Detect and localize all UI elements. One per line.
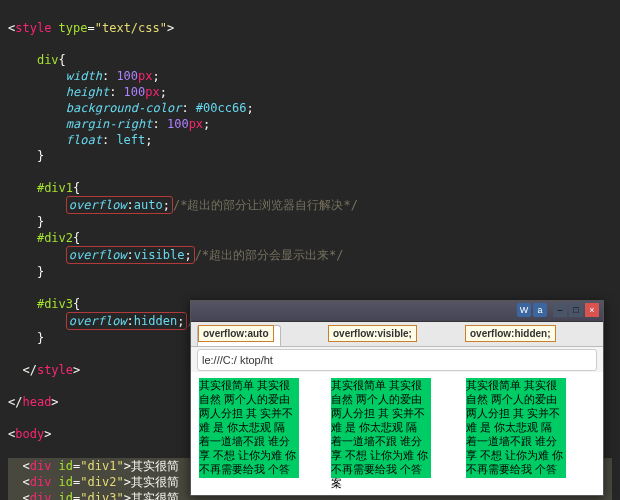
callout-overflow-auto: overflow:auto (198, 325, 274, 342)
rule-overflow-auto: overflow:auto; (66, 196, 173, 214)
rule-overflow-visible: overflow:visible; (66, 246, 195, 264)
title-icon-a: a (533, 303, 547, 317)
maximize-button[interactable]: □ (569, 303, 583, 317)
demo-box-visible: 其实很简单 其实很自然 两个人的爱由 两人分担 其 实并不难 是 你太悲观 隔 … (331, 378, 431, 478)
window-titlebar[interactable]: W a – □ × (191, 301, 603, 322)
selector-div3: #div3 (37, 297, 73, 311)
callout-overflow-visible: overflow:visible; (328, 325, 417, 342)
demo-box-auto[interactable]: 其实很简单 其实很自然 两个人的爱由 两人分担 其 实并不难 是 你太悲观 隔 … (199, 378, 299, 478)
callout-overflow-hidden: overflow:hidden; (465, 325, 556, 342)
demo-box-hidden: 其实很简单 其实很自然 两个人的爱由 两人分担 其 实并不难 是 你太悲观 隔 … (466, 378, 566, 478)
close-button[interactable]: × (585, 303, 599, 317)
selector-div2: #div2 (37, 231, 73, 245)
page-viewport: 其实很简单 其实很自然 两个人的爱由 两人分担 其 实并不难 是 你太悲观 隔 … (191, 372, 603, 495)
selector-div1: #div1 (37, 181, 73, 195)
minimize-button[interactable]: – (553, 303, 567, 317)
url-bar: le:///C:/ ktop/ht (191, 347, 603, 374)
selector-div: div (37, 53, 59, 67)
title-icon-w: W (517, 303, 531, 317)
url-input[interactable]: le:///C:/ ktop/ht (197, 349, 597, 371)
rule-overflow-hidden: overflow:hidden; (66, 312, 188, 330)
